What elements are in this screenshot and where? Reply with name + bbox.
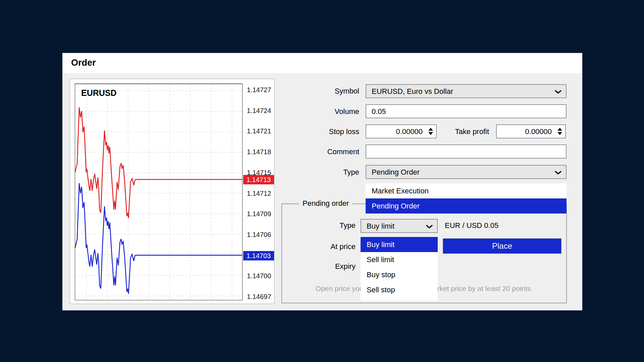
dialog-titlebar: Order (62, 53, 582, 73)
at-price-label: At price (330, 242, 356, 251)
order-type-dropdown-list: Market ExecutionPending Order (366, 183, 567, 214)
take-profit-value: 0.00000 (525, 127, 552, 136)
pair-volume-text: EUR / USD 0.05 (445, 221, 498, 230)
symbol-select-value: EURUSD, Euro vs Dollar (372, 87, 453, 96)
axis-tick-label: 1.14712 (247, 190, 276, 198)
place-button[interactable]: Place (443, 238, 561, 254)
pending-order-legend: Pending order (299, 199, 352, 208)
price-chart-plot[interactable]: EURUSD (75, 83, 243, 300)
type-label: Type (343, 168, 359, 177)
order-type-option-pending-order[interactable]: Pending Order (366, 198, 567, 214)
order-type-option-market-execution[interactable]: Market Execution (366, 183, 567, 198)
pending-type-option-buy-limit[interactable]: Buy limit (361, 237, 438, 252)
stop-loss-value: 0.00000 (396, 127, 423, 136)
pending-type-label: Type (339, 221, 356, 230)
step-down-icon[interactable] (428, 132, 433, 135)
bid-price-tag: 1.14703 (243, 251, 274, 260)
pending-type-dropdown-list: Buy limitSell limitBuy stopSell stop (361, 237, 438, 301)
stop-loss-label: Stop loss (329, 127, 360, 136)
pending-type-option-sell-limit[interactable]: Sell limit (361, 252, 438, 267)
axis-tick-label: 1.14700 (247, 272, 276, 280)
order-type-select[interactable]: Pending Order (366, 165, 567, 179)
symbol-label: Symbol (335, 87, 359, 96)
ask-line (75, 107, 242, 218)
ask-price-tag: 1.14713 (243, 175, 274, 184)
pending-type-value: Buy limit (367, 222, 394, 231)
expiry-label: Expiry (335, 262, 356, 271)
step-down-icon[interactable] (557, 132, 562, 135)
volume-label: Volume (335, 107, 359, 116)
dialog-title: Order (71, 58, 96, 68)
price-chart-svg (75, 84, 242, 300)
chevron-down-icon (554, 171, 562, 175)
axis-tick-label: 1.14706 (247, 231, 276, 239)
order-dialog: Order EURUSD 1.147271.147241.147211.1471… (62, 53, 582, 310)
chevron-down-icon (554, 90, 562, 94)
volume-input[interactable]: 0.05 (366, 104, 567, 118)
pending-type-option-buy-stop[interactable]: Buy stop (361, 267, 438, 282)
bid-line (75, 183, 242, 294)
axis-tick-label: 1.14718 (247, 148, 276, 156)
axis-tick-label: 1.14721 (247, 127, 276, 135)
take-profit-stepper[interactable] (557, 128, 562, 135)
symbol-select[interactable]: EURUSD, Euro vs Dollar (366, 84, 567, 98)
take-profit-label: Take profit (455, 127, 489, 136)
comment-input[interactable] (366, 144, 567, 159)
price-chart-panel: EURUSD 1.147271.147241.147211.147181.147… (70, 79, 274, 304)
pending-type-select[interactable]: Buy limit (361, 219, 438, 233)
step-up-icon[interactable] (428, 128, 433, 131)
axis-tick-label: 1.14724 (247, 107, 276, 115)
chevron-down-icon (426, 225, 433, 229)
step-up-icon[interactable] (557, 128, 562, 131)
pending-type-option-sell-stop[interactable]: Sell stop (361, 282, 438, 297)
order-type-value: Pending Order (372, 168, 420, 177)
stop-loss-input[interactable]: 0.00000 (366, 124, 437, 138)
stop-loss-stepper[interactable] (428, 128, 433, 135)
axis-tick-label: 1.14727 (247, 86, 276, 94)
axis-tick-label: 1.14697 (247, 293, 276, 301)
volume-value: 0.05 (372, 107, 386, 116)
comment-label: Comment (327, 147, 359, 156)
take-profit-input[interactable]: 0.00000 (496, 124, 566, 138)
axis-tick-label: 1.14709 (247, 210, 276, 218)
chart-symbol-label: EURUSD (81, 88, 117, 98)
